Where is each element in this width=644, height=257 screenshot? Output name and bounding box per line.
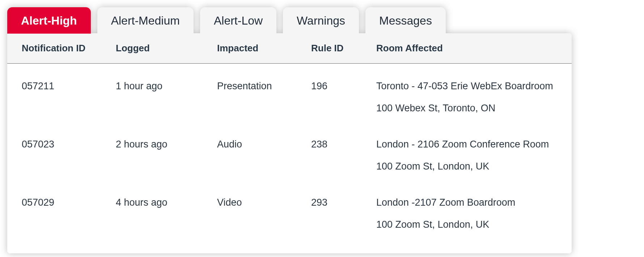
tab-alert-high[interactable]: Alert-High (7, 7, 91, 34)
cell-impacted: Video (217, 195, 311, 210)
cell-notification-id: 057211 (22, 79, 116, 94)
cell-rule-id: 196 (311, 79, 376, 94)
tab-alert-medium[interactable]: Alert-Medium (97, 7, 194, 34)
table-row[interactable]: 057211 1 hour ago Presentation 196 Toron… (7, 68, 572, 126)
cell-logged: 1 hour ago (116, 79, 217, 94)
col-header-rule-id: Rule ID (311, 43, 376, 54)
tab-content: Notification ID Logged Impacted Rule ID … (7, 33, 572, 253)
cell-notification-id: 057023 (22, 137, 116, 152)
tab-alert-low[interactable]: Alert-Low (200, 7, 276, 34)
tab-messages[interactable]: Messages (365, 7, 446, 34)
notifications-panel: Alert-High Alert-Medium Alert-Low Warnin… (7, 7, 572, 253)
tab-bar: Alert-High Alert-Medium Alert-Low Warnin… (7, 7, 572, 34)
room-address: 100 Zoom St, London, UK (376, 217, 557, 232)
cell-rule-id: 238 (311, 137, 376, 152)
tab-warnings[interactable]: Warnings (283, 7, 359, 34)
room-name: London -2107 Zoom Boardroom (376, 197, 515, 208)
table-row[interactable]: 057023 2 hours ago Audio 238 London - 21… (7, 126, 572, 184)
cell-room-affected: Toronto - 47-053 Erie WebEx Boardroom 10… (376, 79, 557, 115)
room-address: 100 Zoom St, London, UK (376, 159, 557, 174)
cell-notification-id: 057029 (22, 195, 116, 210)
room-address: 100 Webex St, Toronto, ON (376, 101, 557, 116)
table-row[interactable]: 057029 4 hours ago Video 293 London -210… (7, 184, 572, 243)
cell-impacted: Audio (217, 137, 311, 152)
table-header: Notification ID Logged Impacted Rule ID … (7, 33, 572, 64)
col-header-logged: Logged (116, 43, 217, 54)
cell-logged: 4 hours ago (116, 195, 217, 210)
col-header-room-affected: Room Affected (376, 43, 557, 54)
room-name: Toronto - 47-053 Erie WebEx Boardroom (376, 81, 553, 91)
cell-logged: 2 hours ago (116, 137, 217, 152)
cell-room-affected: London - 2106 Zoom Conference Room 100 Z… (376, 137, 557, 174)
col-header-notification-id: Notification ID (22, 43, 116, 54)
cell-rule-id: 293 (311, 195, 376, 210)
table-body: 057211 1 hour ago Presentation 196 Toron… (7, 64, 572, 253)
cell-impacted: Presentation (217, 79, 311, 94)
col-header-impacted: Impacted (217, 43, 311, 54)
cell-room-affected: London -2107 Zoom Boardroom 100 Zoom St,… (376, 195, 557, 232)
room-name: London - 2106 Zoom Conference Room (376, 139, 549, 150)
